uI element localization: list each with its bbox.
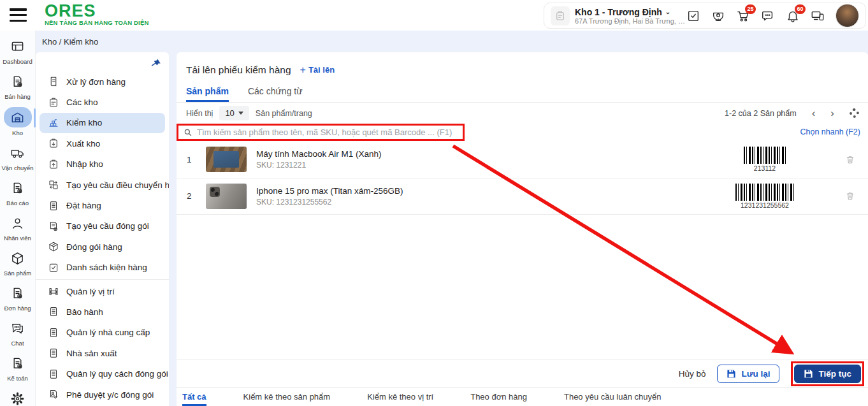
chat-icon[interactable] (761, 9, 775, 23)
sidebar-rail: Dashboard Bán hàng Kho Vận chuyển Báo cá… (0, 31, 36, 406)
sidebar-item-dashboard[interactable]: Dashboard (0, 37, 36, 65)
logo-tagline: NỀN TẢNG BÁN HÀNG TOÀN DIỆN (45, 19, 149, 26)
sales-doc-icon (6, 72, 30, 91)
submenu-item-quan-ly-quy-cach-dong-goi[interactable]: Quản lý quy cách đóng gói (40, 363, 165, 384)
plus-icon: + (300, 64, 306, 76)
upload-link[interactable]: + Tải lên (300, 64, 335, 76)
submenu-item-kiem-kho[interactable]: Kiểm kho (40, 113, 165, 133)
bell-badge: 60 (795, 4, 806, 14)
page-title-row: Tải lên phiếu kiểm hàng + Tải lên (177, 52, 868, 79)
save-button[interactable]: Lưu lại (717, 365, 779, 383)
trash-icon (845, 154, 855, 165)
product-name: Iphone 15 pro max (Titan xám-256GB) (256, 186, 403, 196)
submenu-item-quan-ly-nha-cung-cap[interactable]: Quản lý nhà cung cấp (40, 323, 165, 343)
logo[interactable]: ORES NỀN TẢNG BÁN HÀNG TOÀN DIỆN (45, 3, 149, 26)
submenu-item-nhap-kho[interactable]: Nhập kho (40, 154, 165, 175)
next-page-button[interactable]: › (830, 108, 834, 119)
page-title: Tải lên phiếu kiểm hàng (186, 64, 291, 76)
cart-icon[interactable]: 25 (736, 9, 750, 23)
trash-icon (845, 191, 855, 201)
sidebar-item-ban-hang[interactable]: Bán hàng (0, 72, 36, 100)
barcode-block: 213112 (720, 147, 809, 172)
tab-kiem-ke-theo-san-pham[interactable]: Kiểm kê theo sản phẩm (243, 392, 331, 404)
sidebar-item-nhan-vien[interactable]: Nhân viên (0, 214, 36, 242)
camera-icon[interactable] (711, 9, 725, 23)
table-settings-gear-icon[interactable] (850, 108, 859, 118)
bell-icon[interactable]: 60 (786, 9, 800, 23)
quick-select-link[interactable]: Chọn nhanh (F2) (800, 127, 860, 136)
tab-san-pham[interactable]: Sản phẩm (186, 86, 229, 102)
submenu-item-tao-yeu-cau-dieu-chuyen[interactable]: Tạo yêu cầu điều chuyển hàng (40, 175, 165, 195)
barcode-image (744, 147, 786, 164)
pin-icon[interactable] (149, 57, 162, 69)
page-size-select[interactable]: 10 (219, 106, 249, 120)
barcode-number: 1231231255562 (720, 201, 809, 209)
search-row: Chọn nhanh (F2) (177, 124, 868, 141)
box-icon (6, 249, 30, 268)
tab-cac-chung-tu[interactable]: Các chứng từ (248, 86, 303, 102)
dashboard-icon (6, 37, 30, 56)
submenu-item-nha-san-xuat[interactable]: Nhà sản xuất (40, 343, 165, 363)
app-root: ORES NỀN TẢNG BÁN HÀNG TOÀN DIỆN Kho 1 -… (0, 0, 868, 406)
sidebar-item-kho[interactable]: Kho (0, 107, 36, 136)
search-annotation-box (177, 124, 465, 141)
avatar[interactable] (835, 4, 859, 27)
submenu-item-danh-sach-kien-hang[interactable]: Danh sách kiện hàng (40, 257, 165, 278)
tab-theo-yeu-cau-luan-chuyen[interactable]: Theo yêu cầu luân chuyển (564, 392, 662, 404)
submenu-panel: Xử lý đơn hàng Các kho Kiểm kho Xuất kho… (36, 52, 169, 406)
prev-page-button[interactable]: ‹ (812, 108, 816, 119)
barcode-block: 1231231255562 (720, 184, 809, 209)
warehouse-rail-icon (4, 107, 32, 127)
bottom-tab-bar: Tất cả Kiểm kê theo sản phẩm Kiểm kê the… (177, 388, 868, 406)
logo-text: ORES (45, 3, 149, 19)
main-tabs: Sản phẩm Các chứng từ (177, 79, 868, 103)
submenu-item-phe-duyet-yc-dong-goi[interactable]: Phê duyệt y/c đóng gói (40, 384, 165, 405)
continue-annotation-box: Tiếp tục (791, 361, 864, 386)
submenu-item-bao-hanh[interactable]: Bảo hành (40, 301, 165, 322)
warehouse-name: Kho 1 - Trương Định (575, 7, 662, 17)
warehouse-selector[interactable]: Kho 1 - Trương Định ⌄ 67A Trương Định, H… (575, 7, 686, 25)
tasks-check-icon[interactable] (686, 9, 700, 23)
hamburger-menu-icon[interactable] (10, 8, 27, 22)
delete-row-button[interactable] (837, 191, 863, 201)
submenu-item-xu-ly-don-hang[interactable]: Xử lý đơn hàng (40, 71, 165, 92)
cancel-button[interactable]: Hủy bỏ (679, 369, 706, 379)
continue-button[interactable]: Tiếp tục (794, 365, 861, 383)
submenu-item-dong-goi-hang[interactable]: Đóng gói hàng (40, 236, 165, 257)
submenu-item-cac-kho[interactable]: Các kho (40, 92, 165, 112)
sidebar-item-san-pham[interactable]: Sản phẩm (0, 249, 36, 277)
devices-icon[interactable] (811, 9, 825, 23)
sidebar-item-chat[interactable]: Chat (0, 319, 36, 347)
person-icon (6, 214, 30, 233)
breadcrumb: Kho / Kiểm kho (36, 37, 98, 47)
submenu-item-tao-yeu-cau-dong-goi[interactable]: Tạo yêu cầu đóng gói (40, 216, 165, 236)
submenu-item-dat-hang[interactable]: Đặt hàng (40, 195, 165, 215)
order-doc-icon (6, 284, 30, 303)
tab-theo-don-hang[interactable]: Theo đơn hàng (470, 392, 527, 404)
floppy-icon (804, 369, 813, 379)
tab-tat-ca[interactable]: Tất cả (182, 392, 206, 406)
sidebar-item-thiet-lap[interactable]: Thiết lập (0, 389, 36, 406)
delete-row-button[interactable] (837, 154, 863, 165)
display-suffix: Sản phẩm/trang (256, 109, 312, 118)
sidebar-item-van-chuyen[interactable]: Vận chuyển (0, 143, 36, 171)
product-sku: SKU: 1231221 (256, 161, 382, 170)
topbar-icons: 25 60 (686, 4, 859, 27)
sidebar-item-ke-toan[interactable]: Kế toán (0, 354, 36, 382)
sidebar-item-bao-cao[interactable]: Báo cáo (0, 178, 36, 207)
submenu-item-xuat-kho[interactable]: Xuất kho (40, 133, 165, 154)
list-controls-row: Hiển thị 10 Sản phẩm/trang 1-2 của 2 Sản… (177, 103, 868, 124)
sidebar-item-don-hang[interactable]: Đơn hàng (0, 284, 36, 312)
accounting-doc-icon (6, 354, 30, 373)
breadcrumb-band: Kho / Kiểm kho (36, 31, 868, 52)
cart-badge: 25 (745, 4, 756, 14)
barcode-number: 213112 (720, 164, 809, 172)
main-panel: Tải lên phiếu kiểm hàng + Tải lên Sản ph… (177, 52, 868, 388)
submenu-item-quan-ly-vi-tri[interactable]: Quản lý vị trí (40, 281, 165, 301)
topbar-right-group: Kho 1 - Trương Định ⌄ 67A Trương Định, H… (544, 3, 866, 29)
product-image (206, 184, 247, 209)
table-row: 2 Iphone 15 pro max (Titan xám-256GB) SK… (177, 178, 868, 215)
topbar: ORES NỀN TẢNG BÁN HÀNG TOÀN DIỆN Kho 1 -… (0, 0, 868, 31)
tab-kiem-ke-theo-vi-tri[interactable]: Kiểm kê theo vị trí (367, 392, 433, 404)
search-input[interactable] (197, 127, 458, 137)
